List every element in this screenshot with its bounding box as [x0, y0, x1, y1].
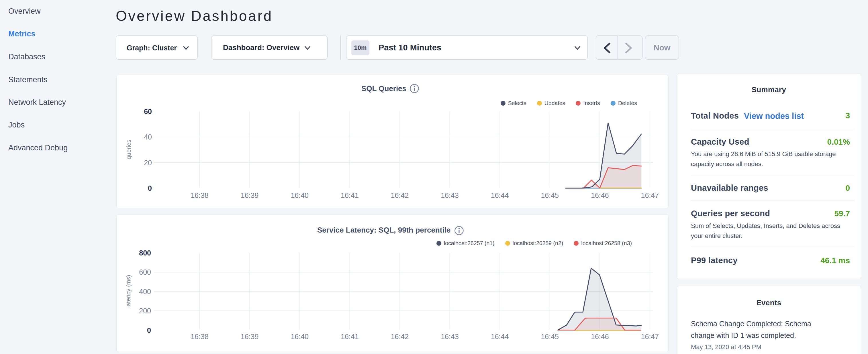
svg-text:queries: queries	[125, 140, 132, 160]
svg-text:latency (ms): latency (ms)	[125, 275, 131, 308]
svg-text:16:38: 16:38	[191, 191, 209, 199]
svg-text:0: 0	[148, 184, 152, 192]
svg-text:16:38: 16:38	[191, 332, 209, 341]
svg-text:16:43: 16:43	[441, 191, 459, 199]
svg-text:16:43: 16:43	[441, 332, 459, 341]
svg-text:16:47: 16:47	[641, 191, 659, 199]
svg-text:16:42: 16:42	[391, 191, 409, 199]
svg-text:600: 600	[139, 268, 151, 276]
svg-text:16:40: 16:40	[290, 332, 309, 341]
svg-text:20: 20	[144, 159, 152, 167]
svg-text:16:45: 16:45	[541, 191, 559, 199]
svg-text:16:41: 16:41	[341, 332, 359, 341]
svg-text:16:39: 16:39	[241, 332, 259, 341]
svg-text:60: 60	[144, 107, 152, 116]
svg-text:40: 40	[144, 133, 152, 141]
svg-text:16:46: 16:46	[591, 332, 609, 341]
svg-text:16:47: 16:47	[641, 332, 659, 341]
svg-text:16:42: 16:42	[391, 332, 409, 341]
svg-text:16:46: 16:46	[591, 191, 609, 199]
svg-text:16:39: 16:39	[241, 191, 259, 199]
svg-text:16:40: 16:40	[290, 191, 309, 199]
svg-text:16:45: 16:45	[541, 332, 559, 341]
svg-text:400: 400	[139, 288, 151, 296]
svg-text:16:44: 16:44	[491, 191, 509, 199]
svg-text:800: 800	[139, 249, 151, 257]
svg-text:0: 0	[147, 326, 151, 334]
svg-text:16:41: 16:41	[341, 191, 359, 199]
svg-text:16:44: 16:44	[491, 332, 509, 341]
svg-text:200: 200	[139, 307, 151, 315]
